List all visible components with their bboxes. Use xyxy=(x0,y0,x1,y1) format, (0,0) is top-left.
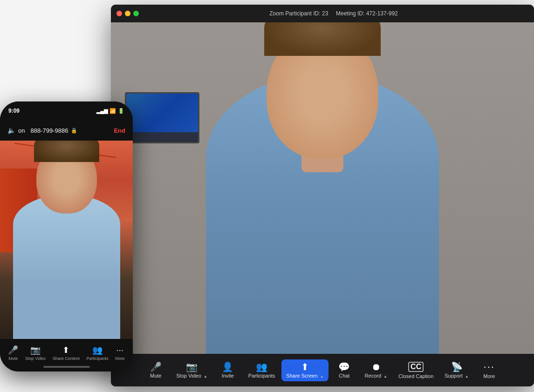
maximize-button[interactable] xyxy=(133,11,139,16)
meeting-id-label: Meeting ID: 472-137-992 xyxy=(336,10,398,17)
phone-mute-button[interactable]: 🎤 Mute xyxy=(8,345,18,361)
phone-more-button[interactable]: ··· More xyxy=(115,345,125,361)
phone-more-label: More xyxy=(115,356,125,361)
chat-icon: 💬 xyxy=(338,362,350,372)
phone-person-hair xyxy=(34,141,99,162)
toolbar-record-button[interactable]: ⏺ Record ▲ xyxy=(360,359,392,381)
phone-share-label: Share Content xyxy=(53,356,80,361)
signal-icon: ▂▄▆ xyxy=(96,108,108,114)
battery-icon: 🔋 xyxy=(118,108,124,114)
phone-video-button[interactable]: 📷 Stop Video xyxy=(25,345,46,361)
title-bar: Zoom Participant ID: 23 Meeting ID: 472-… xyxy=(111,5,534,22)
support-icon: 📡 xyxy=(451,362,463,372)
phone-video-label: Stop Video xyxy=(25,356,46,361)
invite-label: Invite xyxy=(222,373,234,378)
close-button[interactable] xyxy=(116,11,122,16)
toolbar-chat-button[interactable]: 💬 Chat xyxy=(330,359,358,381)
phone-time: 9:09 xyxy=(8,108,20,114)
lock-icon: 🔒 xyxy=(71,128,77,134)
cc-label: Closed Caption xyxy=(398,373,433,379)
mic-icon: 🎤 xyxy=(150,362,162,372)
minimize-button[interactable] xyxy=(125,11,130,16)
end-call-button[interactable]: End xyxy=(114,127,125,134)
toolbar-invite-button[interactable]: 👤 Invite xyxy=(214,359,242,381)
phone-status-icons: ▂▄▆ 📶 🔋 xyxy=(96,108,124,114)
zoom-window: Zoom Participant ID: 23 Meeting ID: 472-… xyxy=(111,5,534,386)
phone-mute-label: Mute xyxy=(8,356,18,361)
phone-video-background xyxy=(0,141,133,339)
participant-video xyxy=(183,37,462,354)
participants-icon: 👥 xyxy=(256,362,267,372)
phone-mic-icon: 🎤 xyxy=(8,345,18,355)
person-hair xyxy=(264,22,381,56)
toolbar-sharescreen-button[interactable]: ⬆ Share Screen ▲ xyxy=(281,359,328,381)
speaker-icon: 🔈 xyxy=(7,127,15,134)
traffic-lights xyxy=(116,11,139,16)
record-icon: ⏺ xyxy=(371,362,381,372)
home-indicator xyxy=(43,366,90,368)
video-area xyxy=(111,22,534,354)
cc-icon: CC xyxy=(408,362,424,372)
call-number: 888-799-9886 xyxy=(30,127,68,134)
phone-participants-label: Participants xyxy=(86,356,108,361)
toolbar-participants-button[interactable]: 👥 Participants xyxy=(244,359,280,381)
more-icon: ··· xyxy=(484,362,495,372)
share-screen-label: Share Screen ▲ xyxy=(286,373,323,378)
more-label: More xyxy=(483,373,495,379)
camera-icon: 📷 xyxy=(186,362,198,372)
record-label: Record ▲ xyxy=(365,373,387,378)
title-bar-text: Zoom Participant ID: 23 Meeting ID: 472-… xyxy=(139,10,528,17)
phone-frame: 9:09 ▂▄▆ 📶 🔋 🔈 on 888-799-9886 🔒 End xyxy=(0,101,133,372)
phone-call-bar: 🔈 on 888-799-9886 🔒 End xyxy=(0,120,133,141)
phone-video-area xyxy=(0,141,133,339)
phone-call-info: 🔈 on 888-799-9886 🔒 xyxy=(7,127,77,134)
toolbar-support-button[interactable]: 📡 Support ▲ xyxy=(440,359,473,381)
chat-label: Chat xyxy=(339,373,349,378)
phone-participants-icon: 👥 xyxy=(92,345,103,355)
phone-wrapper: 9:09 ▂▄▆ 📶 🔋 🔈 on 888-799-9886 🔒 End xyxy=(0,101,133,372)
share-screen-icon: ⬆ xyxy=(301,362,309,372)
participant-id-label: Zoom Participant ID: 23 xyxy=(269,10,328,17)
support-chevron-icon: ▲ xyxy=(465,374,469,378)
toolbar-mute-button[interactable]: 🎤 Mute xyxy=(142,359,170,381)
record-chevron-icon: ▲ xyxy=(383,374,387,378)
phone-screen: 9:09 ▂▄▆ 📶 🔋 🔈 on 888-799-9886 🔒 End xyxy=(0,101,133,372)
wifi-icon: 📶 xyxy=(110,108,116,114)
phone-more-icon: ··· xyxy=(116,345,123,355)
zoom-toolbar: 🎤 Mute 📷 Stop Video ▲ 👤 Invite 👥 Partici… xyxy=(111,354,534,386)
support-label: Support ▲ xyxy=(445,373,469,378)
phone-person-body xyxy=(13,195,120,339)
stop-video-label: Stop Video ▲ xyxy=(176,373,207,378)
phone-status-bar: 9:09 ▂▄▆ 📶 🔋 xyxy=(0,101,133,120)
phone-share-button[interactable]: ⬆ Share Content xyxy=(53,345,80,361)
toolbar-cc-button[interactable]: CC Closed Caption xyxy=(394,359,438,382)
speaker-on-label: on xyxy=(18,127,25,134)
toolbar-stopvideo-button[interactable]: 📷 Stop Video ▲ xyxy=(171,359,212,381)
chevron-icon: ▲ xyxy=(204,374,207,378)
phone-share-icon: ⬆ xyxy=(62,345,69,355)
invite-icon: 👤 xyxy=(222,362,233,372)
participants-label: Participants xyxy=(248,373,275,378)
toolbar-more-button[interactable]: ··· More xyxy=(475,359,503,382)
phone-participants-button[interactable]: 👥 Participants xyxy=(86,345,108,361)
phone-camera-icon: 📷 xyxy=(30,345,41,355)
share-chevron-icon: ▲ xyxy=(320,374,324,378)
mute-label: Mute xyxy=(150,373,161,378)
